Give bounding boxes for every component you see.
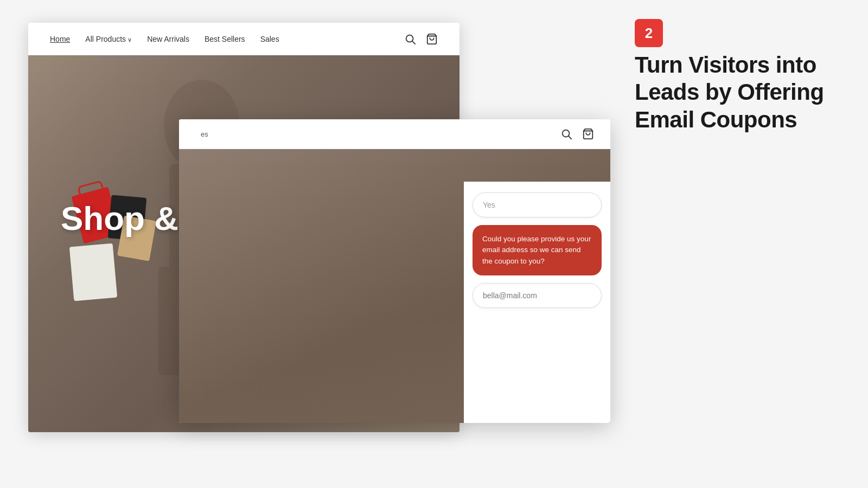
second-search-icon[interactable]	[560, 128, 572, 140]
description-line2: Leads by Offering	[635, 79, 824, 105]
svg-line-1	[412, 41, 415, 44]
description-line1: Turn Visitors into	[635, 52, 816, 78]
description-line3: Email Coupons	[635, 107, 797, 132]
second-store-window: es Yes	[179, 119, 610, 423]
second-nav-label: es	[195, 130, 208, 138]
email-request-bubble: Could you please provide us your email a…	[473, 225, 602, 275]
nav-all-products[interactable]: All Products	[85, 35, 132, 43]
svg-line-8	[569, 136, 571, 139]
second-hero: Yes Could you please provide us your ema…	[179, 149, 610, 423]
nav-sales[interactable]: Sales	[260, 35, 279, 43]
yes-response-bubble: Yes	[473, 192, 602, 217]
second-chat-panel: Yes Could you please provide us your ema…	[464, 182, 610, 423]
email-input-bubble[interactable]: bella@mail.com	[473, 283, 602, 308]
step-badge: 2	[635, 19, 663, 47]
nav-best-sellers[interactable]: Best Sellers	[205, 35, 245, 43]
nav-links: Home All Products New Arrivals Best Sell…	[50, 35, 279, 43]
nav-new-arrivals[interactable]: New Arrivals	[147, 35, 189, 43]
description-title: Turn Visitors into Leads by Offering Ema…	[635, 52, 841, 133]
second-nav-icons	[560, 128, 594, 140]
nav-icons	[404, 33, 438, 45]
nav-home[interactable]: Home	[50, 35, 70, 43]
second-nav: es	[179, 119, 610, 149]
second-cart-icon[interactable]	[582, 128, 594, 140]
right-description: 2 Turn Visitors into Leads by Offering E…	[635, 19, 841, 133]
search-icon[interactable]	[404, 33, 416, 45]
main-nav: Home All Products New Arrivals Best Sell…	[28, 23, 459, 55]
cart-icon[interactable]	[426, 33, 438, 45]
